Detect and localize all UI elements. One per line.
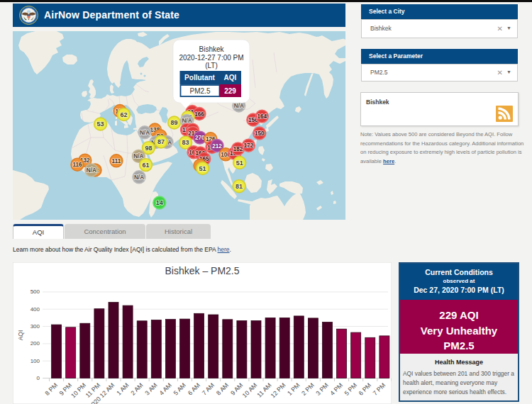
svg-text:53: 53: [97, 120, 104, 128]
svg-text:172: 172: [244, 142, 254, 149]
svg-text:62: 62: [120, 111, 127, 118]
svg-text:83: 83: [182, 139, 189, 146]
svg-text:N/A: N/A: [234, 103, 244, 109]
svg-text:N/A: N/A: [134, 174, 144, 181]
svg-text:166: 166: [194, 111, 204, 118]
svg-text:150: 150: [255, 130, 265, 137]
svg-text:N/A: N/A: [87, 167, 96, 174]
svg-text:61: 61: [143, 162, 150, 169]
svg-text:270: 270: [195, 135, 205, 141]
svg-text:212: 212: [212, 143, 222, 150]
svg-text:81: 81: [235, 183, 243, 190]
svg-text:N/A: N/A: [140, 130, 150, 136]
svg-text:89: 89: [171, 119, 178, 126]
svg-text:AQI: AQI: [17, 330, 24, 341]
svg-text:2020-12-27 7:00 PM: 2020-12-27 7:00 PM: [179, 54, 243, 62]
svg-text:AQI: AQI: [224, 74, 237, 82]
svg-text:164: 164: [257, 113, 267, 120]
svg-text:200: 200: [31, 340, 40, 347]
svg-text:500: 500: [31, 288, 40, 295]
svg-text:229: 229: [224, 87, 236, 95]
svg-text:N/A: N/A: [133, 153, 143, 159]
svg-text:PM2.5: PM2.5: [190, 87, 211, 95]
svg-text:0: 0: [37, 375, 40, 381]
svg-text:100: 100: [31, 358, 40, 364]
svg-text:(LT): (LT): [205, 62, 218, 69]
svg-text:182: 182: [233, 146, 243, 152]
svg-text:Pollutant: Pollutant: [184, 74, 215, 82]
svg-text:98: 98: [145, 145, 152, 152]
svg-text:Bishkek – PM2.5: Bishkek – PM2.5: [165, 265, 239, 276]
svg-text:116: 116: [72, 162, 82, 168]
svg-text:300: 300: [31, 323, 40, 330]
svg-text:111: 111: [112, 158, 121, 164]
svg-text:Bishkek: Bishkek: [199, 45, 224, 53]
svg-text:14: 14: [156, 199, 163, 206]
svg-text:400: 400: [31, 306, 40, 313]
svg-text:51: 51: [199, 165, 206, 172]
svg-text:51: 51: [236, 159, 243, 167]
svg-text:87: 87: [157, 138, 165, 145]
